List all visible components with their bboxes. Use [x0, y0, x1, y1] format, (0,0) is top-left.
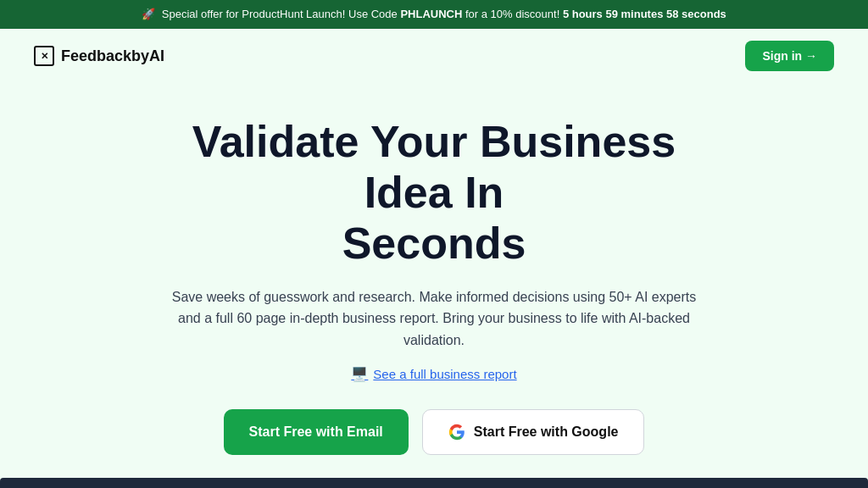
google-icon: [448, 424, 465, 441]
google-button-label: Start Free with Google: [474, 424, 619, 440]
promo-banner: 🚀 Special offer for ProductHunt Launch! …: [0, 0, 868, 29]
logo-icon: ✕: [34, 46, 54, 66]
rocket-icon: 🚀: [142, 8, 155, 20]
hero-section: Validate Your Business Idea In Seconds S…: [0, 83, 868, 488]
sign-in-button[interactable]: Sign in →: [745, 41, 834, 71]
start-google-button[interactable]: Start Free with Google: [422, 409, 645, 455]
report-link-label[interactable]: See a full business report: [373, 367, 516, 381]
report-link[interactable]: 🖥️ See a full business report: [351, 366, 516, 382]
logo-text: FeedbackbyAI: [61, 47, 164, 65]
report-page-icon: 🖥️: [351, 366, 368, 382]
logo: ✕ FeedbackbyAI: [34, 46, 164, 66]
navbar: ✕ FeedbackbyAI Sign in →: [0, 29, 868, 83]
hero-title: Validate Your Business Idea In Seconds: [163, 117, 705, 269]
start-email-button[interactable]: Start Free with Email: [224, 409, 409, 455]
hero-subtitle: Save weeks of guesswork and research. Ma…: [163, 286, 705, 352]
cta-buttons: Start Free with Email Start Free with Go…: [224, 409, 645, 455]
banner-text: Special offer for ProductHunt Launch! Us…: [162, 8, 726, 20]
bottom-bar: [0, 478, 868, 488]
